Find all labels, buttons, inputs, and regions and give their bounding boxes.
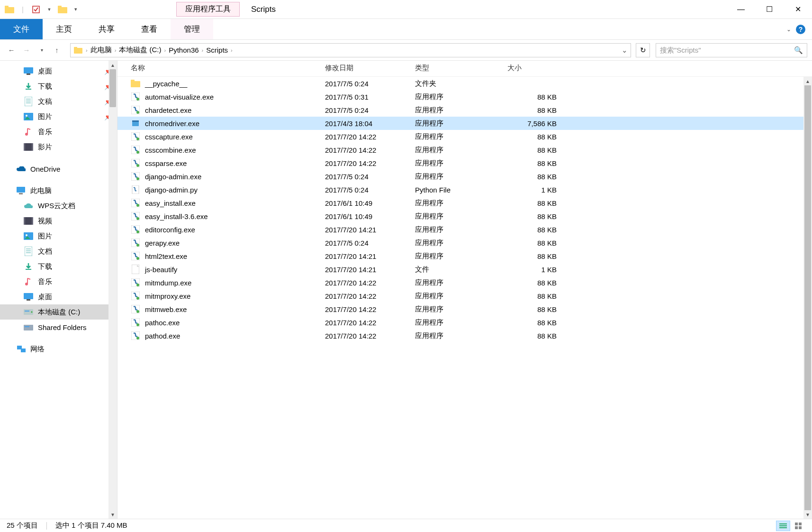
file-row[interactable]: chromedriver.exe2017/4/3 18:04应用程序7,586 … [117,117,812,130]
qat-customize-icon[interactable]: ▾ [70,4,81,15]
sidebar-item[interactable]: 网络 [0,341,117,357]
ribbon-tab-0[interactable]: 文件 [0,19,43,39]
column-type[interactable]: 类型 [415,64,507,73]
chevron-right-icon[interactable]: › [231,47,233,53]
sidebar-item[interactable]: 视频 [0,213,117,229]
svg-rect-43 [21,349,26,352]
up-button[interactable]: ↑ [50,44,63,57]
file-row[interactable]: easy_install-3.6.exe2017/6/1 10:49应用程序88… [117,210,812,223]
chevron-right-icon[interactable]: › [164,47,166,53]
new-folder-icon[interactable] [57,4,68,15]
svg-rect-4 [58,6,62,8]
address-dropdown-icon[interactable]: ⌄ [622,46,628,55]
sidebar-item[interactable]: 音乐 [0,124,117,139]
file-row[interactable]: easy_install.exe2017/6/1 10:49应用程序88 KB [117,196,812,210]
sidebar-item[interactable]: Shared Folders [0,320,117,335]
scroll-down-icon[interactable]: ▼ [803,510,812,519]
file-row[interactable]: chardetect.exe2017/7/5 0:24应用程序88 KB [117,103,812,117]
sidebar-item[interactable]: 本地磁盘 (C:) [0,304,117,320]
forward-button[interactable]: → [20,44,33,57]
file-row[interactable]: csscapture.exe2017/7/20 14:22应用程序88 KB [117,130,812,143]
maximize-button[interactable]: ☐ [755,0,784,18]
search-box[interactable]: 🔍 [656,43,807,57]
file-row[interactable]: pathoc.exe2017/7/20 14:22应用程序88 KB [117,316,812,329]
file-name: __pycache__ [145,80,187,88]
sidebar-item[interactable]: 桌面📌 [0,64,117,79]
ribbon-tab-4[interactable]: 管理 [171,19,213,39]
file-row[interactable]: __pycache__2017/7/5 0:24文件夹 [117,77,812,90]
ribbon-collapse-icon[interactable]: ⌄ [786,26,791,33]
file-row[interactable]: django-admin.exe2017/7/5 0:24应用程序88 KB [117,170,812,183]
icons-view-button[interactable] [791,521,805,531]
scroll-down-icon[interactable]: ▼ [108,510,117,519]
ribbon-tab-2[interactable]: 共享 [85,19,128,39]
breadcrumb-segment[interactable]: Scripts [206,46,228,54]
close-button[interactable]: ✕ [784,0,812,18]
sidebar-item[interactable]: 下载📌 [0,79,117,94]
sidebar-item[interactable]: WPS云文档 [0,198,117,213]
svg-rect-10 [25,97,32,106]
address-bar[interactable]: › 此电脑›本地磁盘 (C:)›Python36›Scripts› ⌄ [70,43,631,57]
details-view-button[interactable] [776,521,790,531]
refresh-button[interactable]: ↻ [636,43,650,57]
sidebar-item[interactable]: OneDrive [0,161,117,176]
file-row[interactable]: pathod.exe2017/7/20 14:22应用程序88 KB [117,329,812,342]
sidebar-item[interactable]: 图片 [0,229,117,244]
svg-point-80 [136,323,139,326]
file-size: 88 KB [507,252,564,260]
sidebar-item[interactable]: 图片📌 [0,109,117,124]
file-row[interactable]: mitmweb.exe2017/7/20 14:22应用程序88 KB [117,303,812,316]
file-row[interactable]: mitmdump.exe2017/7/20 14:22应用程序88 KB [117,276,812,289]
video2-icon [24,216,33,226]
sidebar-item[interactable]: 桌面 [0,289,117,304]
file-row[interactable]: csscombine.exe2017/7/20 14:22应用程序88 KB [117,143,812,156]
file-row[interactable]: gerapy.exe2017/7/5 0:24应用程序88 KB [117,236,812,249]
scroll-up-icon[interactable]: ▲ [803,77,812,85]
qat-dropdown-icon[interactable]: ▼ [44,4,55,15]
chevron-right-icon[interactable]: › [115,47,117,53]
sidebar-item[interactable]: 文稿📌 [0,94,117,109]
search-input[interactable] [660,46,794,54]
svg-rect-89 [799,526,802,529]
sidebar-item[interactable]: 音乐 [0,274,117,289]
sidebar-item[interactable]: 文档 [0,244,117,259]
sidebar-item[interactable]: 下载 [0,259,117,274]
sidebar-item[interactable]: 此电脑 [0,183,117,198]
window-title: Scripts [251,5,276,14]
scroll-up-icon[interactable]: ▲ [108,61,117,69]
file-row[interactable]: editorconfig.exe2017/7/20 14:21应用程序88 KB [117,223,812,236]
file-row[interactable]: js-beautify2017/7/20 14:21文件1 KB [117,263,812,276]
column-date[interactable]: 修改日期 [325,64,415,73]
ribbon-tab-1[interactable]: 主页 [43,19,85,39]
breadcrumb-segment[interactable]: 本地磁盘 (C:) [119,46,161,55]
scroll-thumb[interactable] [804,85,811,510]
help-icon[interactable]: ? [796,25,805,34]
ribbon-tab-3[interactable]: 查看 [128,19,171,39]
chevron-right-icon[interactable]: › [86,47,88,53]
file-row[interactable]: cssparse.exe2017/7/20 14:22应用程序88 KB [117,156,812,170]
sidebar-item[interactable]: 影片 [0,139,117,155]
breadcrumb-segment[interactable]: Python36 [169,46,198,54]
file-row[interactable]: mitmproxy.exe2017/7/20 14:22应用程序88 KB [117,289,812,303]
filelist-scrollbar[interactable]: ▲ ▼ [803,77,812,519]
recent-dropdown[interactable]: ▾ [35,44,48,57]
file-row[interactable]: html2text.exe2017/7/20 14:21应用程序88 KB [117,249,812,263]
svg-point-76 [136,297,139,300]
file-row[interactable]: django-admin.py2017/7/5 0:24Python File1… [117,183,812,196]
properties-icon[interactable] [30,4,42,15]
column-size[interactable]: 大小 [507,64,564,73]
file-row[interactable]: automat-visualize.exe2017/7/5 0:31应用程序88… [117,90,812,103]
chevron-right-icon[interactable]: › [202,47,204,53]
breadcrumb-segment[interactable]: 此电脑 [90,46,112,55]
back-button[interactable]: ← [5,44,18,57]
search-icon[interactable]: 🔍 [794,46,803,55]
column-name[interactable]: 名称 [131,64,325,73]
svg-rect-45 [131,80,135,82]
file-date: 2017/7/20 14:22 [325,146,415,154]
svg-point-53 [136,138,139,140]
sidebar-scrollbar[interactable]: ▲ ▼ [108,61,117,519]
scroll-thumb[interactable] [109,69,116,107]
sidebar-item-label: 文稿 [38,97,52,106]
minimize-button[interactable]: — [727,0,755,18]
svg-rect-88 [795,526,798,529]
